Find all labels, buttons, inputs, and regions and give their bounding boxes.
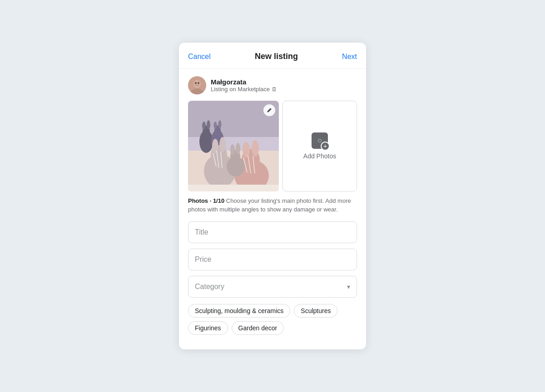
svg-point-19 bbox=[219, 137, 226, 152]
main-photo[interactable] bbox=[188, 101, 279, 191]
svg-point-11 bbox=[207, 120, 210, 129]
svg-point-15 bbox=[218, 120, 222, 128]
category-placeholder: Category bbox=[195, 283, 224, 291]
svg-point-33 bbox=[236, 143, 240, 155]
user-sublabel: Listing on Marketplace 🗓 bbox=[211, 86, 277, 93]
svg-point-32 bbox=[230, 144, 235, 155]
modal-title: New listing bbox=[255, 52, 298, 61]
svg-point-3 bbox=[195, 82, 197, 84]
add-photos-icon bbox=[312, 132, 328, 149]
calendar-icon: 🗓 bbox=[272, 86, 277, 93]
modal-header: Cancel New listing Next bbox=[179, 43, 366, 69]
modal-body: Małgorzata Listing on Marketplace 🗓 bbox=[179, 69, 366, 335]
tag[interactable]: Sculpting, moulding & ceramics bbox=[188, 304, 290, 318]
svg-point-14 bbox=[214, 122, 217, 129]
category-dropdown[interactable]: Category ▾ bbox=[188, 276, 357, 298]
tag[interactable]: Garden decor bbox=[232, 321, 284, 335]
add-photos-label: Add Photos bbox=[303, 152, 336, 160]
user-info: Małgorzata Listing on Marketplace 🗓 bbox=[188, 76, 357, 94]
cancel-button[interactable]: Cancel bbox=[188, 53, 211, 61]
title-input[interactable] bbox=[188, 221, 357, 243]
svg-point-10 bbox=[202, 122, 206, 130]
svg-point-1 bbox=[193, 80, 201, 88]
new-listing-modal: Cancel New listing Next Małgorzata Listi… bbox=[179, 43, 366, 349]
svg-point-18 bbox=[212, 139, 218, 153]
svg-point-26 bbox=[252, 140, 259, 157]
svg-point-4 bbox=[198, 82, 199, 84]
user-details: Małgorzata Listing on Marketplace 🗓 bbox=[211, 78, 277, 93]
chevron-down-icon: ▾ bbox=[347, 283, 350, 290]
svg-point-25 bbox=[243, 142, 250, 157]
photos-section: Add Photos bbox=[188, 101, 357, 191]
price-input[interactable] bbox=[188, 249, 357, 270]
photos-hint: Photos · 1/10 Choose your listing's main… bbox=[188, 197, 357, 214]
avatar bbox=[188, 76, 206, 94]
user-name: Małgorzata bbox=[211, 78, 277, 86]
next-button[interactable]: Next bbox=[342, 53, 357, 61]
edit-photo-button[interactable] bbox=[263, 104, 275, 116]
tags-section: Sculpting, moulding & ceramicsSculptures… bbox=[188, 304, 357, 335]
svg-rect-34 bbox=[188, 185, 279, 191]
add-photos-button[interactable]: Add Photos bbox=[282, 101, 357, 191]
tag[interactable]: Sculptures bbox=[294, 304, 337, 318]
tag[interactable]: Figurines bbox=[188, 321, 228, 335]
svg-point-37 bbox=[319, 140, 321, 142]
